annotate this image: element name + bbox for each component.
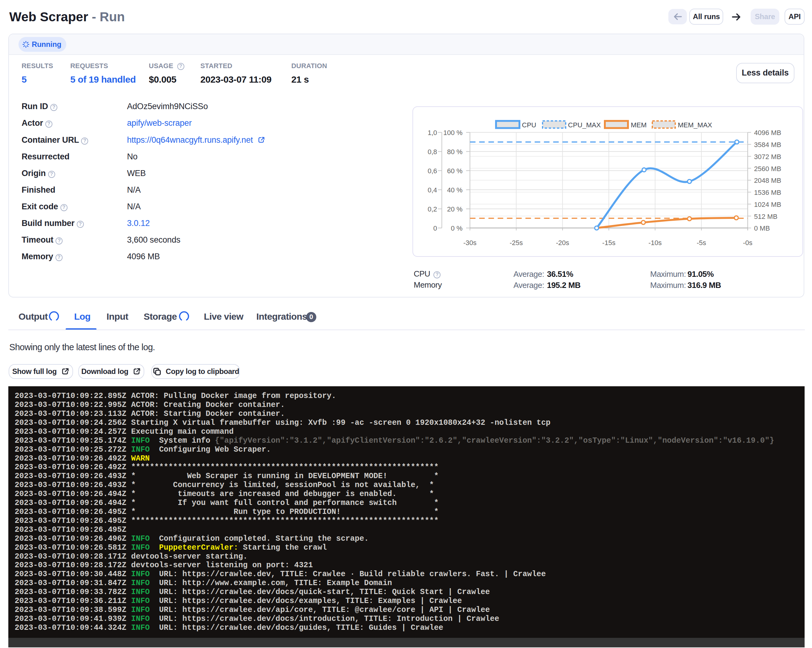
svg-text:512 MB: 512 MB: [754, 213, 777, 220]
svg-text:20 %: 20 %: [447, 205, 462, 213]
svg-text:MEM_MAX: MEM_MAX: [678, 122, 713, 129]
svg-text:2560 MB: 2560 MB: [754, 165, 781, 172]
svg-text:40 %: 40 %: [447, 186, 462, 194]
svg-text:1,0: 1,0: [427, 129, 437, 137]
svg-text:-0s: -0s: [743, 239, 752, 247]
svg-text:CPU: CPU: [522, 122, 536, 129]
svg-text:CPU_MAX: CPU_MAX: [568, 122, 601, 129]
svg-text:MEM: MEM: [631, 122, 646, 129]
svg-text:4096 MB: 4096 MB: [754, 129, 781, 137]
svg-text:-20s: -20s: [556, 239, 569, 247]
svg-text:0: 0: [433, 224, 437, 232]
svg-text:0,2: 0,2: [427, 205, 437, 213]
svg-text:1024 MB: 1024 MB: [754, 201, 781, 208]
svg-text:3584 MB: 3584 MB: [754, 141, 781, 149]
svg-text:-15s: -15s: [602, 239, 616, 247]
svg-text:60 %: 60 %: [447, 167, 462, 175]
svg-text:0,8: 0,8: [427, 148, 437, 156]
svg-text:-5s: -5s: [697, 239, 706, 247]
svg-text:2048 MB: 2048 MB: [754, 177, 781, 184]
svg-text:0 MB: 0 MB: [754, 224, 770, 232]
svg-text:0,4: 0,4: [427, 186, 437, 194]
svg-text:-30s: -30s: [463, 239, 476, 247]
svg-text:0,6: 0,6: [427, 167, 437, 175]
svg-text:100 %: 100 %: [443, 129, 462, 137]
svg-text:-25s: -25s: [510, 239, 523, 247]
svg-text:3072 MB: 3072 MB: [754, 153, 781, 161]
svg-text:80 %: 80 %: [447, 148, 462, 156]
svg-text:0 %: 0 %: [451, 224, 462, 232]
svg-text:1536 MB: 1536 MB: [754, 189, 781, 197]
svg-text:-10s: -10s: [649, 239, 662, 247]
